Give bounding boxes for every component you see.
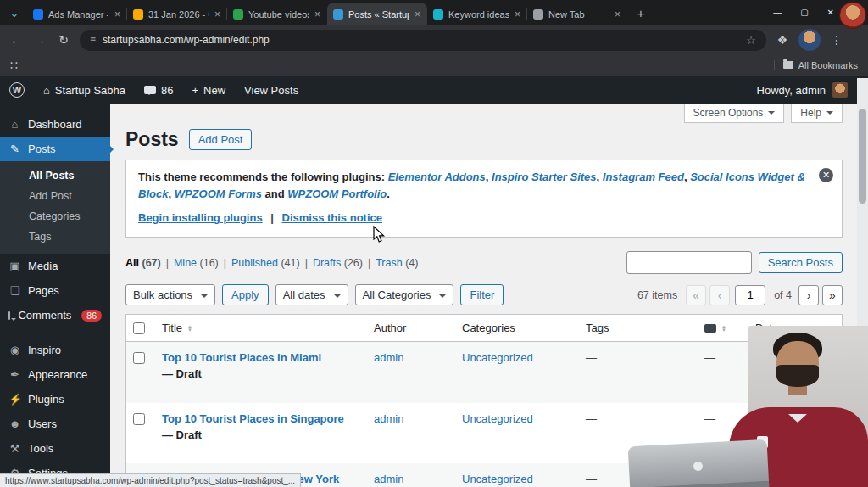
filter-button[interactable]: Filter bbox=[460, 284, 504, 305]
category-link[interactable]: Uncategorized bbox=[462, 412, 533, 425]
bulk-actions-select[interactable]: Bulk actions bbox=[125, 284, 215, 305]
tab-close-icon[interactable] bbox=[214, 8, 221, 20]
sidebar-item[interactable]: ✒ Appearance bbox=[0, 362, 110, 387]
tab-favicon bbox=[233, 9, 243, 20]
address-bar[interactable]: ≡ startupsabha.com/wp-admin/edit.php ☆ bbox=[80, 30, 766, 51]
tab-close-icon[interactable] bbox=[114, 8, 121, 20]
current-page-input[interactable] bbox=[735, 285, 765, 305]
notice-part: This theme recommends the following plug… bbox=[138, 171, 388, 183]
sidebar-item[interactable]: ⚒ Tools bbox=[0, 436, 110, 461]
notice-part[interactable]: Inspiro Starter Sites bbox=[492, 171, 597, 183]
filter-link[interactable]: Mine (16) bbox=[174, 257, 219, 269]
search-input[interactable] bbox=[626, 251, 752, 274]
notice-part[interactable]: Instagram Feed bbox=[603, 171, 684, 183]
all-bookmarks[interactable]: All Bookmarks bbox=[774, 60, 858, 70]
site-name-menu[interactable]: ⌂ Startup Sabha bbox=[34, 76, 135, 104]
tab-close-icon[interactable] bbox=[514, 8, 521, 20]
screen-options-button[interactable]: Screen Options bbox=[684, 104, 785, 123]
notice-part[interactable]: Elementor Addons bbox=[388, 171, 486, 183]
add-post-button[interactable]: Add Post bbox=[189, 129, 253, 150]
adminbar-comments[interactable]: 86 bbox=[135, 76, 182, 104]
extensions-icon[interactable]: ❖ bbox=[775, 33, 790, 47]
search-posts-button[interactable]: Search Posts bbox=[759, 252, 843, 273]
browser-tab[interactable]: 31 Jan 2026 - Goo... bbox=[127, 3, 227, 25]
filter-link[interactable]: Trash (4) bbox=[376, 257, 418, 269]
begin-installing-plugins-link[interactable]: Begin installing plugins bbox=[138, 211, 263, 224]
select-all-checkbox[interactable] bbox=[133, 322, 145, 334]
tab-search-icon[interactable]: ⌄ bbox=[3, 2, 25, 24]
filter-link[interactable]: All (67) bbox=[125, 257, 161, 269]
adminbar-view-posts[interactable]: View Posts bbox=[235, 76, 308, 104]
sidebar-item[interactable]: ▣ Media bbox=[0, 254, 110, 278]
all-dates-select[interactable]: All dates bbox=[275, 284, 348, 305]
submenu-item[interactable]: Add Post bbox=[0, 186, 110, 206]
browser-tab[interactable]: New Tab bbox=[527, 3, 627, 25]
post-title-link[interactable]: Top 10 Tourist Places in Singapore bbox=[162, 412, 344, 425]
tab-title: Youtube videos co... bbox=[248, 9, 309, 20]
sidebar-item-dashboard[interactable]: ⌂ Dashboard bbox=[0, 112, 110, 137]
all-bookmarks-label: All Bookmarks bbox=[798, 60, 858, 70]
row-checkbox[interactable] bbox=[133, 352, 145, 364]
browser-menu-icon[interactable]: ⋮ bbox=[829, 33, 844, 47]
sidebar-item-posts[interactable]: ✎ Posts bbox=[0, 137, 110, 161]
avatar bbox=[832, 82, 848, 98]
minimize-button[interactable]: — bbox=[773, 8, 782, 17]
submenu-item[interactable]: Tags bbox=[0, 227, 110, 247]
site-info-icon[interactable]: ≡ bbox=[90, 34, 96, 46]
help-button[interactable]: Help bbox=[791, 104, 843, 123]
maximize-button[interactable]: ▢ bbox=[800, 8, 808, 17]
filter-link[interactable]: Published (41) bbox=[231, 257, 300, 269]
row-checkbox[interactable] bbox=[133, 413, 145, 425]
scrollbar-thumb[interactable] bbox=[859, 109, 866, 204]
back-icon[interactable]: ← bbox=[8, 33, 24, 47]
submenu-item-label: All Posts bbox=[29, 170, 75, 182]
author-link[interactable]: admin bbox=[374, 412, 403, 425]
tab-close-icon[interactable] bbox=[314, 8, 321, 20]
browser-tab[interactable]: Youtube videos co... bbox=[227, 3, 327, 25]
wp-logo-menu[interactable]: W bbox=[0, 76, 34, 104]
submenu-item[interactable]: All Posts bbox=[0, 165, 110, 186]
new-tab-button[interactable]: + bbox=[631, 3, 651, 23]
category-link[interactable]: Uncategorized bbox=[462, 351, 533, 364]
tab-close-icon[interactable] bbox=[614, 8, 621, 20]
category-link[interactable]: Uncategorized bbox=[462, 473, 533, 485]
submenu-item[interactable]: Categories bbox=[0, 206, 110, 227]
browser-profile-avatar[interactable] bbox=[798, 29, 821, 51]
close-button[interactable]: ✕ bbox=[827, 8, 834, 17]
menu-separator bbox=[0, 327, 110, 338]
filter-label: All bbox=[125, 257, 139, 269]
forward-icon[interactable]: → bbox=[32, 33, 47, 47]
first-page-button[interactable]: « bbox=[686, 285, 706, 305]
reload-icon[interactable]: ↻ bbox=[56, 33, 71, 47]
dismiss-notice-link[interactable]: Dismiss this notice bbox=[282, 211, 382, 224]
browser-tab[interactable]: Posts « Startup Sab... bbox=[327, 3, 427, 25]
all-categories-select[interactable]: All Categories bbox=[355, 284, 454, 305]
adminbar-account[interactable]: Howdy, admin bbox=[757, 82, 868, 98]
post-title-link[interactable]: Top 10 Tourist Places in Miami bbox=[162, 351, 321, 364]
notice-part[interactable]: WPZOOM Forms bbox=[175, 188, 262, 200]
dismiss-notice-icon[interactable]: ✕ bbox=[819, 168, 833, 182]
filter-link[interactable]: Drafts (26) bbox=[313, 257, 363, 269]
browser-tab[interactable]: Keyword ideas - M... bbox=[427, 3, 527, 25]
last-page-button[interactable]: » bbox=[822, 285, 843, 305]
apply-button[interactable]: Apply bbox=[222, 284, 269, 305]
sidebar-item[interactable]: ☻ Users bbox=[0, 411, 110, 436]
sidebar-item-label: Appearance bbox=[28, 368, 87, 381]
sidebar-item[interactable]: Comments 86 bbox=[0, 303, 110, 327]
tab-close-icon[interactable] bbox=[414, 8, 421, 20]
browser-tab[interactable]: Ads Manager - M... bbox=[27, 3, 127, 25]
column-header-title[interactable]: Title ▲▼ bbox=[155, 315, 367, 341]
sidebar-item[interactable]: ◉ Inspiro bbox=[0, 338, 110, 362]
author-link[interactable]: admin bbox=[374, 473, 403, 485]
laptop bbox=[628, 439, 770, 487]
bookmark-star-icon[interactable]: ☆ bbox=[746, 34, 756, 47]
sidebar-item[interactable]: ❏ Pages bbox=[0, 278, 110, 303]
next-page-button[interactable]: › bbox=[798, 285, 819, 305]
author-link[interactable]: admin bbox=[374, 351, 403, 364]
apps-grid-icon[interactable]: ∷ bbox=[10, 59, 19, 72]
prev-page-button[interactable]: ‹ bbox=[709, 285, 730, 305]
notice-part[interactable]: WPZOOM Portfolio bbox=[287, 188, 387, 200]
sidebar-item[interactable]: ⚡ Plugins bbox=[0, 387, 110, 411]
search-group: Search Posts bbox=[626, 251, 843, 274]
adminbar-new[interactable]: + New bbox=[182, 76, 235, 104]
